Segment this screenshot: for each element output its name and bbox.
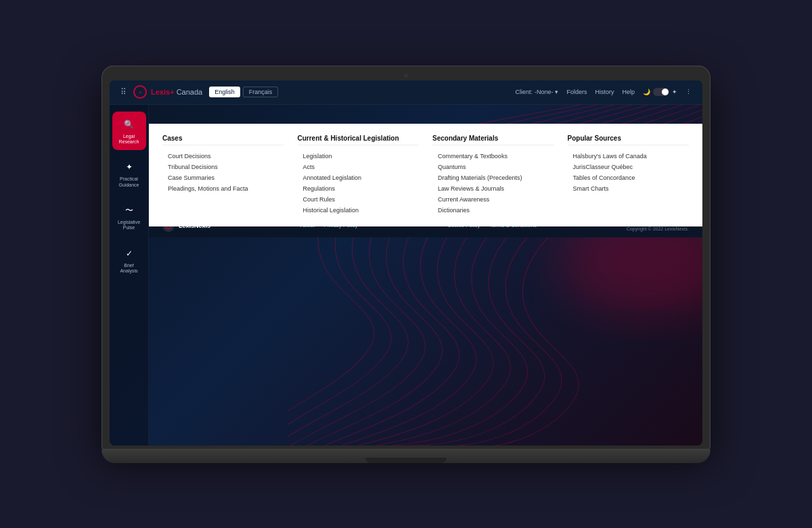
sidebar-item-legislative-pulse[interactable]: 〜 LegislativePulse [112,197,146,237]
dropdown-item-pleadings[interactable]: Pleadings, Motions and Facta [162,183,284,194]
top-bar-left: ⠿ Lexis+ Canada English Français [120,85,278,99]
language-switcher: English Français [209,87,278,97]
sidebar-item-legal-research[interactable]: 🔍 LegalResearch [112,112,146,151]
sidebar-label-brief-analysis: BriefAnalysis [120,263,137,274]
grid-icon[interactable]: ⠿ [120,87,127,97]
laptop-base [102,450,710,463]
copyright-text: Copyright © 2022 LexisNexis. [627,226,689,231]
dropdown-item-halsbury[interactable]: Halsbury's Laws of Canada [568,151,690,162]
popular-header: Popular Sources [568,135,690,145]
dropdown-item-current-awareness[interactable]: Current Awareness [432,194,554,205]
laptop-frame: ⠿ Lexis+ Canada English Français [102,66,710,463]
dropdown-item-case-summaries[interactable]: Case Summaries [162,172,284,183]
dropdown-item-annotated-legislation[interactable]: Annotated Legislation [298,172,420,183]
moon-icon: 🌙 [643,89,650,95]
english-button[interactable]: English [209,87,240,97]
cases-header: Cases [162,135,284,145]
logo-region: Canada [177,88,203,96]
client-label: Client: [515,89,533,95]
dropdown-item-historical-legislation[interactable]: Historical Legislation [298,205,420,216]
theme-toggle-area: 🌙 ✦ [643,88,677,96]
sidebar: 🔍 LegalResearch ✦ PracticalGuidance 〜 Le… [110,105,149,446]
dropdown-item-acts[interactable]: Acts [298,162,420,172]
folders-nav-item[interactable]: Folders [566,89,587,95]
legislation-header: Current & Historical Legislation [298,135,420,145]
dropdown-item-tribunal-decisions[interactable]: Tribunal Decisions [162,162,284,172]
dropdown-column-popular: Popular Sources Halsbury's Laws of Canad… [568,135,690,216]
dropdown-item-regulations[interactable]: Regulations [298,183,420,194]
more-options-button[interactable]: ⋮ [685,89,692,95]
sidebar-label-legislative-pulse: LegislativePulse [118,220,140,231]
dropdown-column-legislation: Current & Historical Legislation Legisla… [298,135,420,216]
sidebar-label-practical-guidance: PracticalGuidance [119,176,139,188]
dropdown-item-law-reviews[interactable]: Law Reviews & Journals [432,183,554,194]
screen-content: ⠿ Lexis+ Canada English Français [110,80,702,446]
theme-toggle[interactable] [653,88,669,96]
history-nav-item[interactable]: History [595,89,614,95]
dropdown-item-drafting-materials[interactable]: Drafting Materials (Precedents) [432,172,554,183]
sidebar-label-legal-research: LegalResearch [119,134,139,145]
main-content: What would you like to research today? A… [149,105,702,446]
dropdown-panel: Cases Court Decisions Tribunal Decisions… [149,124,702,226]
dropdown-item-quantums[interactable]: Quantums [432,162,554,172]
check-icon: ✓ [122,246,137,261]
dropdown-item-court-decisions[interactable]: Court Decisions [162,151,284,162]
screen-frame: ⠿ Lexis+ Canada English Français [102,66,710,450]
dropdown-item-commentary-textbooks[interactable]: Commentary & Textbooks [432,151,554,162]
help-nav-item[interactable]: Help [622,89,635,95]
search-icon: 🔍 [122,117,137,132]
dropdown-item-court-rules[interactable]: Court Rules [298,194,420,205]
dropdown-item-legislation[interactable]: Legislation [298,151,420,162]
pulse-icon: 〜 [122,203,137,218]
top-bar-right: Client: -None-▾ Folders History Help 🌙 ✦… [515,88,692,96]
logo-area: Lexis+ Canada [133,85,202,99]
camera [404,74,408,78]
french-button[interactable]: Français [243,87,279,97]
logo-icon [133,85,147,99]
dropdown-item-dictionaries[interactable]: Dictionaries [432,205,554,216]
dropdown-item-tables-concordance[interactable]: Tables of Concordance [568,172,690,183]
sidebar-item-brief-analysis[interactable]: ✓ BriefAnalysis [112,241,146,280]
dropdown-item-jurisclasseur[interactable]: JurisClasseur Québec [568,162,690,172]
dropdown-column-cases: Cases Court Decisions Tribunal Decisions… [162,135,284,216]
star-icon: ✦ [122,160,137,174]
dropdown-column-secondary: Secondary Materials Commentary & Textboo… [432,135,554,216]
logo-text: Lexis+ Canada [151,88,202,96]
hero-section: 🔍 LegalResearch ✦ PracticalGuidance 〜 Le… [110,105,702,446]
sidebar-item-practical-guidance[interactable]: ✦ PracticalGuidance [112,154,146,193]
dropdown-item-smart-charts[interactable]: Smart Charts [568,183,690,194]
secondary-header: Secondary Materials [432,135,554,145]
sun-icon: ✦ [672,89,677,95]
client-nav-item[interactable]: Client: -None-▾ [515,89,558,95]
laptop-screen: ⠿ Lexis+ Canada English Français [110,80,702,446]
logo-brand: Lexis+ [151,88,175,96]
top-bar: ⠿ Lexis+ Canada English Français [110,80,702,105]
client-value: -None- [535,89,554,95]
